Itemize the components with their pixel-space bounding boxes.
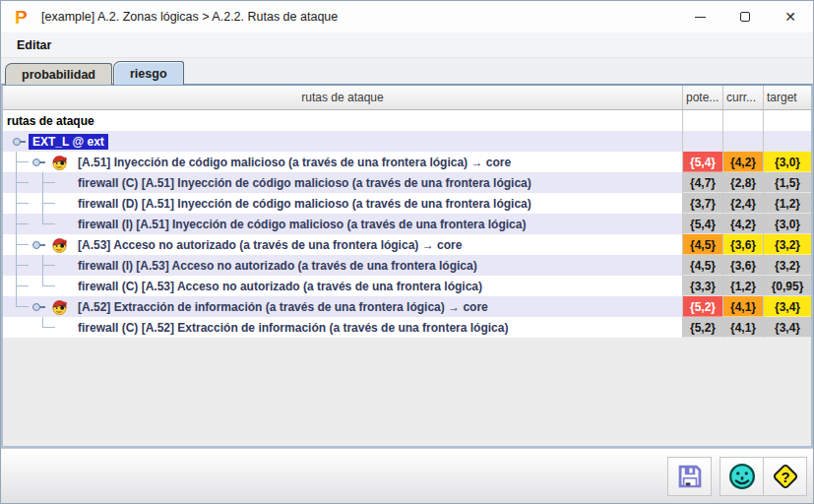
- attack-routes-panel: rutas de ataque pote... curr... target r…: [1, 84, 813, 448]
- tree-guide-line: [16, 296, 29, 307]
- floppy-disk-icon: [676, 463, 704, 490]
- tree-row[interactable]: [A.51] Inyección de código malicioso (a …: [3, 152, 811, 172]
- bottom-toolbar: ?: [1, 448, 813, 503]
- attacker-icon: [51, 154, 68, 170]
- tree-row[interactable]: firewall (C) [A.51] Inyección de código …: [3, 172, 811, 193]
- target-value-cell: {3,2}: [764, 255, 811, 276]
- target-value-cell: {3,4}: [764, 317, 811, 338]
- tree-row[interactable]: firewall (D) [A.51] Inyección de código …: [3, 193, 811, 214]
- help-button[interactable]: ?: [763, 457, 807, 496]
- menu-editar[interactable]: Editar: [11, 35, 57, 55]
- tree-guide-line: [42, 276, 55, 286]
- tree-row-label-selected[interactable]: EXT_L @ ext: [29, 134, 108, 150]
- mood-button[interactable]: [720, 457, 764, 496]
- tree-row[interactable]: rutas de ataque: [3, 110, 811, 131]
- current-value-cell: {4,1}: [723, 296, 764, 317]
- titlebar: P [example] A.2. Zonas lógicas > A.2.2. …: [1, 1, 813, 32]
- minimize-icon: [695, 17, 706, 18]
- potential-value-cell: {5,4}: [683, 152, 723, 172]
- tree-row[interactable]: firewall (C) [A.52] Extracción de inform…: [3, 317, 811, 338]
- current-value-cell: {3,6}: [723, 234, 764, 255]
- pilar-logo-icon: P: [13, 7, 32, 27]
- tree-guide-stub: [42, 265, 55, 266]
- tree-row[interactable]: firewall (C) [A.53] Acceso no autorizado…: [3, 276, 811, 296]
- tree-guide-line: [42, 317, 55, 328]
- tree-cell: [A.53] Acceso no autorizado (a través de…: [3, 234, 683, 255]
- tree-row[interactable]: firewall (I) [A.51] Inyección de código …: [3, 214, 811, 234]
- close-button[interactable]: ✕: [768, 1, 813, 32]
- help-sign-icon: ?: [771, 462, 800, 491]
- tree-guide-stub: [16, 265, 29, 266]
- tree-guide-stub: [42, 203, 55, 204]
- save-button[interactable]: [667, 457, 712, 496]
- maximize-icon: [740, 12, 750, 22]
- tree-row-label[interactable]: firewall (C) [A.51] Inyección de código …: [78, 176, 532, 190]
- tree-row-label[interactable]: firewall (I) [A.51] Inyección de código …: [78, 218, 526, 231]
- tree-guide-stub: [16, 182, 29, 183]
- tree-cell: firewall (I) [A.51] Inyección de código …: [3, 214, 683, 234]
- tree-expand-knob[interactable]: [32, 303, 40, 311]
- tree-row-label[interactable]: firewall (I) [A.53] Acceso no autorizado…: [78, 259, 477, 273]
- tree-expand-knob[interactable]: [32, 158, 40, 166]
- current-value-cell: [723, 131, 764, 152]
- tree-row-label[interactable]: rutas de ataque: [7, 114, 94, 128]
- attacker-icon: [51, 298, 68, 315]
- tree-guide-stub: [16, 285, 29, 286]
- tree-guide-line: [42, 214, 55, 224]
- potential-value-cell: [683, 131, 723, 152]
- tree-row[interactable]: firewall (I) [A.53] Acceso no autorizado…: [3, 255, 811, 276]
- close-icon: ✕: [784, 10, 796, 24]
- maximize-button[interactable]: [722, 1, 768, 32]
- tree-row[interactable]: [A.52] Extracción de información (a trav…: [3, 296, 811, 317]
- svg-text:P: P: [15, 7, 28, 27]
- tree-expand-knob[interactable]: [13, 138, 21, 146]
- tree-row-label[interactable]: firewall (C) [A.53] Acceso no autorizado…: [78, 280, 482, 293]
- minimize-button[interactable]: [677, 1, 722, 32]
- tree-cell: [A.52] Extracción de información (a trav…: [3, 296, 683, 317]
- tab-riesgo[interactable]: riesgo: [113, 61, 184, 85]
- current-value-cell: {1,2}: [723, 276, 764, 296]
- tree-row[interactable]: EXT_L @ ext: [3, 131, 811, 152]
- tree-cell: firewall (I) [A.53] Acceso no autorizado…: [3, 255, 683, 276]
- smiley-icon: [727, 462, 757, 491]
- target-value-cell: [764, 131, 811, 152]
- tree-row-label[interactable]: firewall (C) [A.52] Extracción de inform…: [78, 321, 508, 335]
- potential-value-cell: {5,2}: [683, 296, 723, 317]
- current-value-cell: {4,2}: [723, 214, 764, 234]
- tree-row-label[interactable]: firewall (D) [A.51] Inyección de código …: [78, 197, 532, 211]
- tree-row-label[interactable]: [A.51] Inyección de código malicioso (a …: [78, 156, 511, 169]
- column-header-potential[interactable]: pote...: [683, 86, 723, 109]
- tree-row-label[interactable]: [A.53] Acceso no autorizado (a través de…: [78, 238, 462, 252]
- potential-value-cell: {4,7}: [683, 172, 723, 193]
- potential-value-cell: {5,4}: [683, 214, 723, 234]
- target-value-cell: {1,5}: [764, 172, 811, 193]
- target-value-cell: {3,4}: [764, 296, 811, 317]
- potential-value-cell: {4,5}: [683, 255, 723, 276]
- column-header-rutas[interactable]: rutas de ataque: [3, 86, 683, 109]
- tree-guide-stub: [16, 161, 29, 162]
- target-value-cell: {1,2}: [764, 193, 811, 214]
- tree-cell: firewall (C) [A.51] Inyección de código …: [3, 172, 683, 193]
- tree-cell: rutas de ataque: [3, 110, 683, 131]
- window-title: [example] A.2. Zonas lógicas > A.2.2. Ru…: [41, 10, 338, 24]
- column-header-current[interactable]: curr...: [723, 86, 764, 109]
- tree-cell: [A.51] Inyección de código malicioso (a …: [3, 152, 683, 172]
- tree-cell: firewall (D) [A.51] Inyección de código …: [3, 193, 683, 214]
- tree-row[interactable]: [A.53] Acceso no autorizado (a través de…: [3, 234, 811, 255]
- target-value-cell: {3,0}: [764, 152, 811, 172]
- table-header: rutas de ataque pote... curr... target: [3, 86, 811, 110]
- current-value-cell: {2,4}: [723, 193, 764, 214]
- tab-strip: probabilidad riesgo: [1, 58, 813, 84]
- current-value-cell: {4,2}: [723, 152, 764, 172]
- potential-value-cell: [683, 110, 723, 131]
- current-value-cell: {3,6}: [723, 255, 764, 276]
- tree-guide-stub: [16, 223, 29, 224]
- current-value-cell: {4,1}: [723, 317, 764, 338]
- column-header-target[interactable]: target: [764, 86, 811, 109]
- target-value-cell: [764, 110, 811, 131]
- tree-table-body: rutas de ataqueEXT_L @ ext [A.51] Inyecc…: [3, 110, 811, 446]
- svg-text:?: ?: [781, 468, 789, 484]
- tab-probabilidad[interactable]: probabilidad: [5, 63, 112, 85]
- tree-row-label[interactable]: [A.52] Extracción de información (a trav…: [78, 300, 488, 314]
- tree-expand-knob[interactable]: [32, 241, 40, 249]
